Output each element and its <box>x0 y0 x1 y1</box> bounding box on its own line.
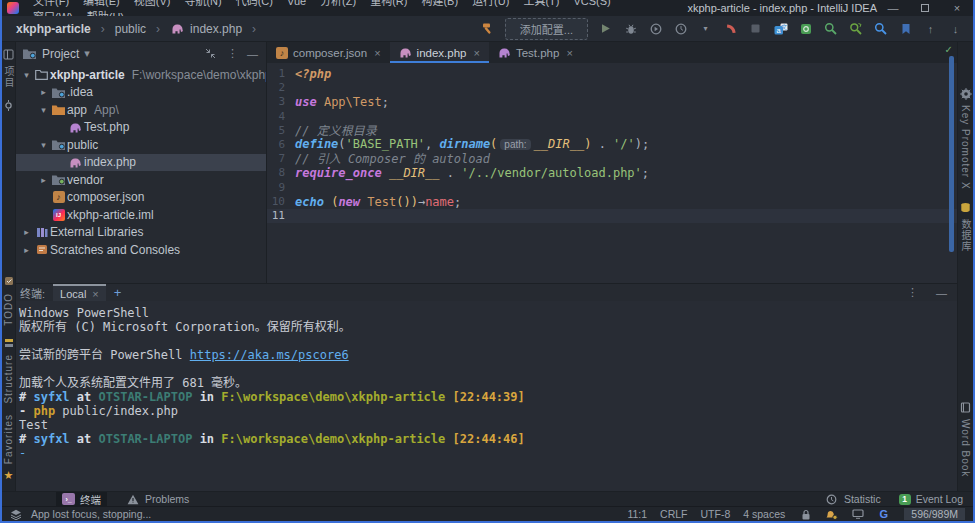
terminal-tab-local[interactable]: Local × <box>53 284 106 301</box>
encoding-widget[interactable]: UTF-8 <box>701 508 731 520</box>
menu-item-7[interactable]: 重构(R) <box>363 0 414 7</box>
structure-icon <box>1 335 16 350</box>
terminal-more-options-icon[interactable]: ⋮ <box>907 286 918 299</box>
stripe-item-todo[interactable]: TODO <box>1 274 16 326</box>
stripe-item-favorites[interactable]: Favorites★ <box>1 414 16 483</box>
notifications-icon[interactable] <box>824 507 839 522</box>
lock-icon[interactable] <box>798 507 813 522</box>
hide-panel-icon[interactable]: — <box>247 48 258 60</box>
terminal-tab-close-icon[interactable]: × <box>92 288 98 300</box>
editor-tab-test-php[interactable]: Test.php× <box>489 42 582 63</box>
dropdown-arrow-icon[interactable]: ▾ <box>698 21 713 36</box>
chevron-down-icon[interactable]: ▾ <box>20 70 33 80</box>
commit-icon[interactable] <box>1 98 16 113</box>
project-panel-title[interactable]: Project <box>42 47 79 61</box>
breadcrumb-item[interactable]: xkphp-article <box>16 22 91 36</box>
menu-item-2[interactable]: 视图(V) <box>127 0 178 7</box>
menu-item-10[interactable]: 工具(T) <box>516 0 566 7</box>
tab-close-icon[interactable]: × <box>473 47 479 59</box>
chevron-right-icon[interactable]: ▸ <box>20 227 33 237</box>
inspection-status-icon[interactable]: ✓ <box>945 44 953 55</box>
services-icon[interactable] <box>798 21 813 36</box>
stripe-item-structure[interactable]: Structure <box>1 335 16 404</box>
memory-indicator[interactable]: 596/989M <box>904 508 965 520</box>
stripe-item-key-promoter-x[interactable]: Key Promoter X <box>958 86 973 190</box>
collapse-all-icon[interactable] <box>203 46 218 61</box>
chevron-down-icon[interactable]: ▾ <box>37 140 50 150</box>
stripe-item-word-book[interactable]: Word Book <box>958 400 973 477</box>
center-column: Project ▾ ⋮ — ▾xkphp-articleF:\workspace… <box>16 42 957 491</box>
tab-close-icon[interactable]: × <box>566 47 572 59</box>
menu-item-8[interactable]: 构建(B) <box>414 0 465 7</box>
tab-close-icon[interactable]: × <box>374 47 380 59</box>
statistic-button[interactable]: Statistic <box>824 492 881 507</box>
build-hammer-icon[interactable] <box>480 21 495 36</box>
terminal-link[interactable]: https://aka.ms/pscore6 <box>190 348 349 362</box>
tree-row-xkphp-article-iml[interactable]: IJxkphp-article.iml <box>16 206 266 224</box>
menu-item-11[interactable]: VCS(S) <box>566 0 617 7</box>
tree-row-app[interactable]: ▾appApp\ <box>16 101 266 119</box>
find-blue-icon[interactable] <box>873 21 888 36</box>
tree-row-public[interactable]: ▾public <box>16 136 266 154</box>
menu-item-6[interactable]: 分析(Z) <box>313 0 363 7</box>
stop-icon[interactable] <box>748 21 763 36</box>
add-configuration-button[interactable]: 添加配置... <box>505 18 588 40</box>
menu-item-3[interactable]: 导航(N) <box>177 0 228 7</box>
run-icon[interactable] <box>598 21 613 36</box>
coverage-icon[interactable] <box>648 21 663 36</box>
tree-row--idea[interactable]: ▸.idea <box>16 84 266 102</box>
menu-item-9[interactable]: 运行(U) <box>465 0 516 7</box>
tree-row-xkphp-article[interactable]: ▾xkphp-articleF:\workspace\demo\xkphp-ar… <box>16 66 266 84</box>
editor-scrollbar[interactable] <box>949 56 954 252</box>
line-ending-widget[interactable]: CRLF <box>660 508 687 520</box>
indent-widget[interactable]: 4 spaces <box>743 508 785 520</box>
code-editor[interactable]: 1<?php23use App\Test;45// 定义根目录6define('… <box>267 63 957 283</box>
event-log-button[interactable]: 1 Event Log <box>899 493 963 505</box>
arrow-down-icon[interactable]: ↓ <box>948 21 963 36</box>
breadcrumb-item[interactable]: public <box>115 22 146 36</box>
terminal-hide-icon[interactable]: — <box>936 287 947 299</box>
breadcrumb-item[interactable]: index.php <box>190 22 242 36</box>
phone-icon[interactable] <box>723 21 738 36</box>
stripe-item-项目[interactable]: 项目 <box>1 47 16 88</box>
debug-icon[interactable] <box>623 21 638 36</box>
menu-item-0[interactable]: 文件(F) <box>26 0 76 7</box>
problems-toolwindow-button[interactable]: Problems <box>125 492 189 507</box>
tree-row-test-php[interactable]: Test.php <box>16 119 266 137</box>
tree-row-composer-json[interactable]: ♪composer.json <box>16 189 266 207</box>
replace-green-icon[interactable] <box>848 21 863 36</box>
chevron-right-icon[interactable]: ▸ <box>20 245 33 255</box>
idea-logo-icon[interactable] <box>7 2 19 14</box>
maximize-button[interactable] <box>909 0 941 16</box>
menu-item-5[interactable]: Vue <box>280 0 313 7</box>
editor-tab-label: index.php <box>417 47 467 59</box>
menu-item-4[interactable]: 代码(C) <box>229 0 280 7</box>
editor-tab-index-php[interactable]: index.php× <box>390 42 489 63</box>
terminal-toolwindow-button[interactable]: ›_ 终端 <box>56 492 107 506</box>
stripe-item-数据库[interactable]: 数据库 <box>958 200 973 252</box>
new-terminal-icon[interactable]: + <box>114 285 122 300</box>
menu-item-1[interactable]: 编辑(E) <box>76 0 127 7</box>
editor-tab-composer-json[interactable]: ♪composer.json× <box>267 42 390 63</box>
more-options-icon[interactable]: ⋮ <box>227 47 238 60</box>
terminal-output[interactable]: Windows PowerShell版权所有 (C) Microsoft Cor… <box>16 301 957 491</box>
tree-row-index-php[interactable]: index.php <box>16 154 266 172</box>
bookmark-icon[interactable] <box>898 21 913 36</box>
translate-icon[interactable]: 文a <box>773 21 788 36</box>
profiler-icon[interactable] <box>673 21 688 36</box>
reader-mode-icon[interactable] <box>850 507 865 522</box>
chevron-right-icon[interactable]: ▸ <box>37 87 50 97</box>
tree-row-scratches-and-consoles[interactable]: ▸Scratches and Consoles <box>16 241 266 259</box>
search-green-icon[interactable] <box>823 21 838 36</box>
minimize-button[interactable]: — <box>877 0 909 16</box>
chevron-right-icon[interactable]: ▸ <box>37 175 50 185</box>
chevron-down-icon[interactable]: ▾ <box>37 105 50 115</box>
tree-row-vendor[interactable]: ▸vendor <box>16 171 266 189</box>
project-dropdown-caret-icon[interactable]: ▾ <box>84 47 90 60</box>
caret-position-widget[interactable]: 11:1 <box>627 508 647 520</box>
tree-row-external-libraries[interactable]: ▸External Libraries <box>16 224 266 242</box>
close-button[interactable]: × <box>941 0 973 16</box>
arrow-up-icon[interactable]: ↑ <box>923 21 938 36</box>
google-translate-icon[interactable]: G <box>876 507 891 522</box>
tool-windows-icon[interactable] <box>8 507 23 522</box>
